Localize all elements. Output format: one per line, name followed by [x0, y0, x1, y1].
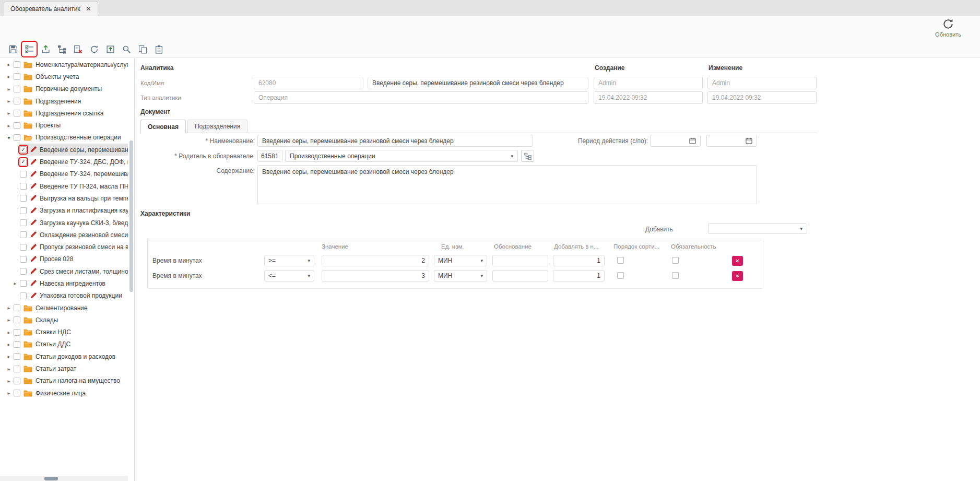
tree-item-leaf[interactable]: Срез смеси листами, толщиной [0, 265, 128, 277]
doc-name-input[interactable]: Введение серы, перемешивание резиновой с… [257, 135, 533, 147]
unit-select[interactable]: МИН▾ [434, 255, 487, 266]
tree-item-checkbox[interactable] [14, 316, 20, 323]
period-from-input[interactable] [650, 135, 701, 147]
tree-item-folder[interactable]: ▸Проекты [0, 119, 128, 131]
expand-arrow-icon[interactable]: ▸ [5, 354, 13, 359]
tree-item-checkbox[interactable] [14, 134, 20, 141]
close-icon[interactable]: ✕ [86, 5, 91, 13]
import-button[interactable] [103, 42, 117, 56]
required-checkbox[interactable] [672, 272, 679, 279]
calendar-icon[interactable] [746, 137, 752, 144]
tab-analytics-explorer[interactable]: Обозреватель аналитик ✕ [4, 2, 98, 16]
content-textarea[interactable]: Введение серы, перемешивание резиновой с… [257, 165, 757, 204]
tree-item-leaf[interactable]: Введение ТУ-324, перемешиван [0, 168, 128, 180]
value-input[interactable]: 2 [322, 255, 429, 266]
tree-item-checkbox[interactable] [14, 73, 20, 80]
calendar-icon[interactable] [689, 137, 696, 144]
expand-arrow-icon[interactable]: ▸ [5, 98, 13, 104]
tree-item-leaf[interactable]: Загрузка и пластификация кауч [0, 205, 128, 217]
tree-item-folder[interactable]: ▸Объекты учета [0, 71, 128, 83]
search-button[interactable] [120, 42, 133, 56]
open-tree-button[interactable] [521, 150, 534, 162]
tree-item-checkbox[interactable] [20, 195, 27, 202]
paste-button[interactable] [152, 42, 166, 56]
tree-item-checkbox[interactable] [20, 219, 27, 226]
tree-item-folder[interactable]: ▸Номенклатура/материалы/услуги [0, 58, 128, 71]
tree-item-leaf[interactable]: Упаковка готовой продукции [0, 290, 128, 302]
tree-horizontal-scrollbar[interactable] [0, 476, 128, 481]
created-by-field[interactable]: Admin [594, 77, 703, 89]
tree-item-folder[interactable]: ▸Склады [0, 314, 128, 326]
expand-arrow-icon[interactable]: ▸ [5, 330, 13, 335]
value-input[interactable]: 3 [322, 270, 429, 281]
parent-select[interactable]: Производственные операции ▾ [285, 150, 518, 162]
expand-arrow-icon[interactable]: ▸ [5, 366, 13, 372]
add-select[interactable]: ▾ [708, 223, 807, 234]
expand-arrow-icon[interactable]: ▸ [5, 110, 13, 116]
expand-arrow-icon[interactable]: ▸ [5, 305, 13, 311]
tree-item-checkbox[interactable] [20, 280, 27, 287]
expand-arrow-icon[interactable]: ▸ [5, 390, 13, 396]
tab-departments[interactable]: Подразделения [187, 120, 247, 133]
tree-item-folder[interactable]: ▸Ставки НДС [0, 326, 128, 338]
tree-item-checkbox[interactable] [14, 341, 20, 348]
expand-arrow-icon[interactable]: ▸ [5, 317, 13, 323]
modified-by-field[interactable]: Admin [707, 77, 817, 89]
created-at-field[interactable]: 19.04.2022 09:32 [594, 91, 703, 104]
tree-item-leaf[interactable]: Просев 028 [0, 253, 128, 265]
tree-item-folder[interactable]: ▸Первичные документы [0, 83, 128, 95]
tree-item-folder[interactable]: ▸Подразделения ссылка [0, 107, 128, 119]
delete-row-button[interactable]: ✕ [732, 271, 743, 281]
tree-view-button[interactable] [55, 42, 68, 56]
period-to-input[interactable] [706, 135, 757, 147]
tree-item-folder[interactable]: ▾Производственные операции [0, 132, 128, 144]
tree-item-checkbox[interactable] [20, 268, 27, 275]
multi-select-button[interactable] [22, 42, 36, 56]
tree-item-checkbox[interactable] [14, 86, 20, 92]
tree-item-checkbox[interactable] [14, 378, 20, 384]
tree-item-checkbox[interactable]: ✓ [20, 159, 27, 166]
tree-item-leaf[interactable]: Охлаждение резиновой смеси н [0, 229, 128, 241]
tree-item-checkbox[interactable] [14, 98, 20, 104]
tree-horizontal-scrollbar-thumb[interactable] [44, 477, 58, 480]
tree-item-checkbox[interactable] [14, 61, 20, 68]
expand-arrow-icon[interactable]: ▸ [5, 342, 13, 347]
tree-item-leaf[interactable]: Пропуск резиновой смеси на ва [0, 241, 128, 253]
expand-arrow-icon[interactable]: ▸ [5, 86, 13, 92]
sort-order-checkbox[interactable] [617, 257, 624, 264]
tree-item-leaf[interactable]: Загрузка каучука СКИ-3, б/ведр [0, 217, 128, 229]
tree-item-checkbox[interactable] [14, 304, 20, 311]
add-to-input[interactable]: 1 [553, 255, 605, 266]
tree-item-leaf[interactable]: ✓Введение серы, перемешивание [0, 144, 128, 156]
tree-item-leaf[interactable]: ✓Введение ТУ-324, ДБС, ДОФ, пер [0, 156, 128, 168]
tree-item-folder[interactable]: ▸Статьи затрат [0, 362, 128, 374]
operator-select[interactable]: >=▾ [264, 255, 314, 266]
tree-item-leaf[interactable]: ▸Навеска ингредиентов [0, 277, 128, 289]
tree-item-checkbox[interactable]: ✓ [20, 146, 27, 153]
required-checkbox[interactable] [672, 257, 679, 264]
tree-item-folder[interactable]: ▸Физические лица [0, 387, 128, 399]
tree-item-checkbox[interactable] [14, 329, 20, 336]
tree-item-checkbox[interactable] [20, 231, 27, 238]
unit-select[interactable]: МИН▾ [434, 270, 487, 281]
tree-item-checkbox[interactable] [14, 110, 20, 116]
copy-button[interactable] [136, 42, 149, 56]
modified-at-field[interactable]: 19.04.2022 09:32 [707, 91, 817, 104]
tree-item-checkbox[interactable] [20, 171, 27, 178]
expand-arrow-icon[interactable]: ▸ [5, 378, 13, 384]
reload-button[interactable] [87, 42, 101, 56]
tree-item-folder[interactable]: ▸Статьи налога на имущество [0, 375, 128, 387]
export-button[interactable] [39, 42, 52, 56]
analytics-type-field[interactable]: Операция [254, 91, 588, 104]
tab-main[interactable]: Основная [140, 120, 186, 133]
justification-input[interactable] [492, 270, 548, 281]
refresh-button[interactable]: Обновить [931, 18, 965, 38]
delete-row-button[interactable]: ✕ [732, 256, 743, 266]
tree-item-checkbox[interactable] [20, 183, 27, 190]
tree-item-folder[interactable]: ▸Статьи доходов и расходов [0, 350, 128, 362]
expand-arrow-icon[interactable]: ▸ [11, 280, 19, 286]
justification-input[interactable] [492, 255, 548, 266]
operator-select[interactable]: <=▾ [264, 270, 314, 281]
tree-item-checkbox[interactable] [20, 207, 27, 214]
tree-item-folder[interactable]: ▸Сегментирование [0, 302, 128, 314]
